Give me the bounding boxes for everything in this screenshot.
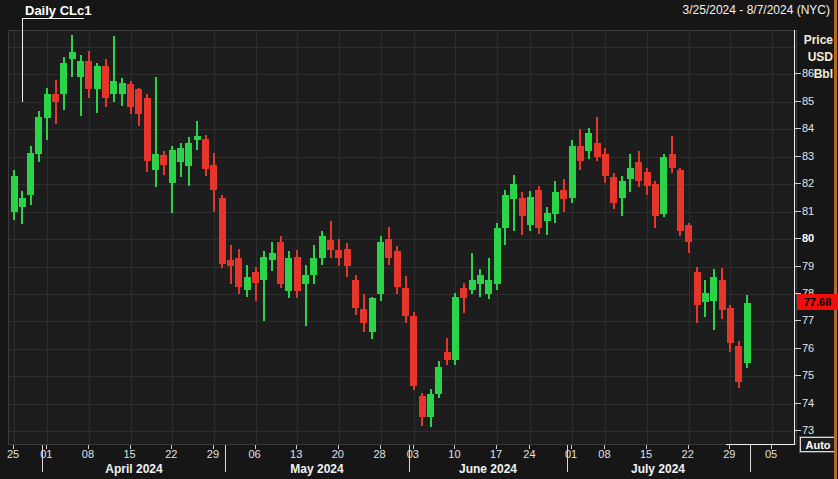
price-tick-dash [795,430,801,431]
candle-body [352,280,359,307]
day-tick-label: 13 [290,448,302,460]
price-tick-dash [795,375,801,376]
auto-scale-button[interactable]: Auto [800,437,836,452]
candle-body [27,153,34,196]
candle-body [585,133,592,151]
last-price-tag: 77.68 [797,294,838,310]
candle-body [60,63,67,93]
candle-body [344,249,351,267]
candle-body [35,117,42,154]
price-tick-dash [795,101,801,102]
price-tick-dash [795,238,801,239]
candle-body [427,394,434,417]
gridline-vertical [14,31,15,444]
candle-body [744,303,751,363]
candle-body [477,275,484,285]
price-tick-dash [795,156,801,157]
candle-body [535,190,542,228]
candle-body [219,198,226,264]
candle-body [19,198,26,208]
candle-body [685,225,692,241]
candle-body [735,346,742,382]
candle-body [302,275,309,285]
frame-top-left-vertical [22,18,23,102]
candle-body [452,297,459,360]
price-tick-dash [795,128,801,129]
price-axis-title-line1: Price [804,32,833,49]
candle-body [210,165,217,190]
day-tick-label: 06 [248,448,260,460]
gridline-vertical [172,31,173,444]
month-separator-tick [225,445,226,472]
date-range-label: 3/25/2024 - 8/7/2024 (NYC) [683,3,830,17]
candle-body [127,84,134,107]
day-tick-label: 08 [82,448,94,460]
candle-body [610,177,617,203]
candle-body [669,154,676,168]
month-separator-tick [42,445,43,472]
price-tick-label: 81 [802,205,814,217]
day-tick-label: 08 [598,448,610,460]
day-tick-label: 25 [7,448,19,460]
price-tick-label: 75 [802,369,814,381]
candle-body [277,242,284,285]
candle-body [727,308,734,344]
candle-body [644,172,651,186]
price-tick-dash [795,348,801,349]
month-label: June 2024 [459,462,517,476]
price-tick-label: 73 [802,424,814,436]
candle-body [569,146,576,198]
gridline-horizontal [9,404,796,405]
price-tick-label: 77 [802,314,814,326]
day-tick-label: 20 [332,448,344,460]
gridline-vertical [256,31,257,444]
candle-body [327,240,334,250]
candle-body [560,190,567,200]
candle-body [577,146,584,161]
candle-body [460,288,467,298]
candle-body [269,253,276,260]
month-separator-tick [567,445,568,472]
candle-body [552,192,559,214]
gridline-vertical [297,31,298,444]
candle-body [702,293,709,303]
gridline-horizontal [9,74,796,75]
price-tick-label: 74 [802,397,814,409]
candle-wick [513,175,515,231]
candle-body [110,81,117,93]
candle-body [410,316,417,386]
gridline-vertical [772,31,773,444]
price-tick-label: 79 [802,260,814,272]
candle-body [394,251,401,287]
candle-body [660,157,667,215]
candle-body [319,236,326,258]
day-tick-label: 29 [207,448,219,460]
candle-body [544,213,551,221]
candle-body [377,242,384,294]
gridline-vertical [647,31,648,444]
candle-body [469,280,476,290]
price-tick-label: 76 [802,342,814,354]
candlestick-plot-area[interactable] [8,30,797,445]
candle-body [527,197,534,226]
day-tick-label: 22 [165,448,177,460]
candle-body [202,139,209,169]
candle-body [510,184,517,199]
candle-body [719,280,726,310]
price-tick-dash [795,183,801,184]
day-tick-label: 28 [373,448,385,460]
candle-body [119,83,126,94]
price-tick-dash [795,403,801,404]
candle-body [185,143,192,166]
chart-title: Daily CLc1 [25,3,91,18]
candle-body [85,61,92,90]
gridline-horizontal [9,157,796,158]
candle-body [627,168,634,179]
gridline-horizontal [9,321,796,322]
candle-body [494,228,501,284]
gridline-vertical [530,31,531,444]
month-separator-tick [750,445,751,472]
candle-body [402,288,409,315]
price-tick-label: 86 [802,67,814,79]
candle-body [44,94,51,119]
